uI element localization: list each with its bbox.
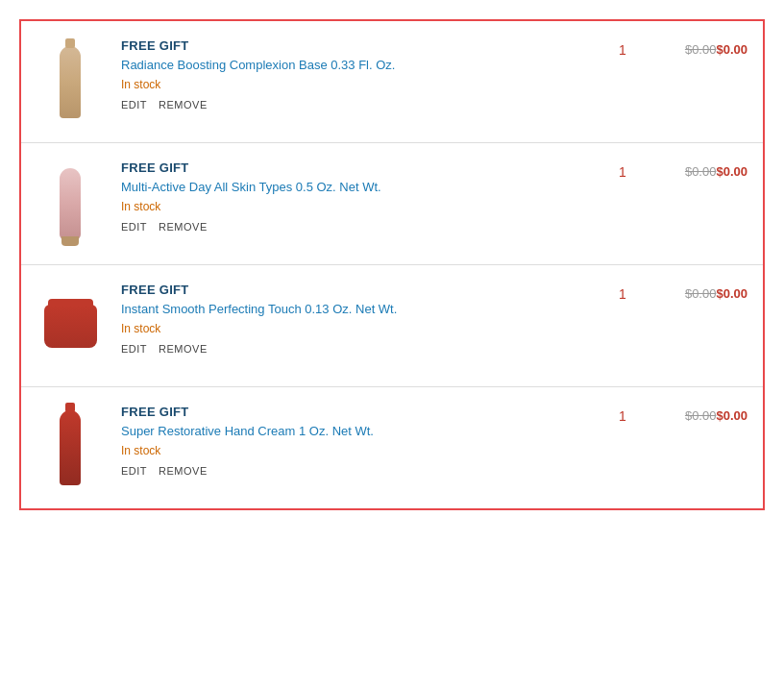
- cart-item: FREE GIFT Super Restorative Hand Cream 1…: [21, 387, 763, 508]
- item-qty-3: 1: [594, 283, 651, 302]
- remove-button-2[interactable]: REMOVE: [159, 221, 208, 233]
- cart-item: FREE GIFT Instant Smooth Perfecting Touc…: [21, 265, 763, 387]
- edit-button-3[interactable]: EDIT: [121, 343, 147, 355]
- item-details-4: FREE GIFT Super Restorative Hand Cream 1…: [121, 405, 594, 477]
- item-price-3: $0.00$0.00: [651, 283, 747, 302]
- product-image-wrapper-1: [37, 38, 104, 125]
- free-gift-badge-1: FREE GIFT: [121, 38, 584, 53]
- discounted-price-4: $0.00: [716, 408, 747, 423]
- item-name-3: Instant Smooth Perfecting Touch 0.13 Oz.…: [121, 301, 584, 318]
- product-image-2: [60, 168, 81, 240]
- item-actions-3: EDIT REMOVE: [121, 343, 584, 355]
- stock-status-1: In stock: [121, 78, 584, 91]
- edit-button-2[interactable]: EDIT: [121, 221, 147, 233]
- item-actions-1: EDIT REMOVE: [121, 99, 584, 111]
- cart-container: FREE GIFT Radiance Boosting Complexion B…: [19, 19, 765, 510]
- item-name-4: Super Restorative Hand Cream 1 Oz. Net W…: [121, 423, 584, 440]
- stock-status-2: In stock: [121, 200, 584, 213]
- discounted-price-3: $0.00: [716, 286, 747, 301]
- item-details-2: FREE GIFT Multi-Active Day All Skin Type…: [121, 160, 594, 233]
- item-price-2: $0.00$0.00: [651, 160, 747, 180]
- free-gift-badge-3: FREE GIFT: [121, 283, 584, 297]
- product-image-1: [60, 46, 81, 118]
- product-image-wrapper-2: [37, 160, 104, 247]
- remove-button-3[interactable]: REMOVE: [159, 343, 208, 355]
- item-qty-4: 1: [594, 405, 651, 424]
- product-image-wrapper-3: [37, 283, 104, 369]
- original-price-3: $0.00: [685, 286, 717, 301]
- original-price-2: $0.00: [685, 164, 717, 179]
- product-image-3: [44, 305, 97, 348]
- product-image-wrapper-4: [37, 405, 104, 491]
- discounted-price-2: $0.00: [716, 164, 747, 179]
- item-actions-4: EDIT REMOVE: [121, 465, 584, 477]
- cart-item: FREE GIFT Multi-Active Day All Skin Type…: [21, 143, 763, 265]
- cart-item: FREE GIFT Radiance Boosting Complexion B…: [21, 21, 763, 143]
- item-actions-2: EDIT REMOVE: [121, 221, 584, 233]
- stock-status-4: In stock: [121, 444, 584, 457]
- item-price-1: $0.00$0.00: [651, 38, 747, 58]
- edit-button-1[interactable]: EDIT: [121, 99, 147, 111]
- item-details-1: FREE GIFT Radiance Boosting Complexion B…: [121, 38, 594, 111]
- remove-button-1[interactable]: REMOVE: [159, 99, 208, 111]
- item-qty-1: 1: [594, 38, 651, 58]
- original-price-1: $0.00: [685, 42, 717, 57]
- item-details-3: FREE GIFT Instant Smooth Perfecting Touc…: [121, 283, 594, 355]
- stock-status-3: In stock: [121, 322, 584, 335]
- free-gift-badge-4: FREE GIFT: [121, 405, 584, 419]
- product-image-4: [60, 410, 81, 485]
- original-price-4: $0.00: [685, 408, 717, 423]
- remove-button-4[interactable]: REMOVE: [159, 465, 208, 477]
- item-qty-2: 1: [594, 160, 651, 180]
- edit-button-4[interactable]: EDIT: [121, 465, 147, 477]
- item-name-1: Radiance Boosting Complexion Base 0.33 F…: [121, 57, 584, 74]
- item-name-2: Multi-Active Day All Skin Types 0.5 Oz. …: [121, 179, 584, 196]
- discounted-price-1: $0.00: [716, 42, 747, 57]
- free-gift-badge-2: FREE GIFT: [121, 160, 584, 175]
- item-price-4: $0.00$0.00: [651, 405, 747, 424]
